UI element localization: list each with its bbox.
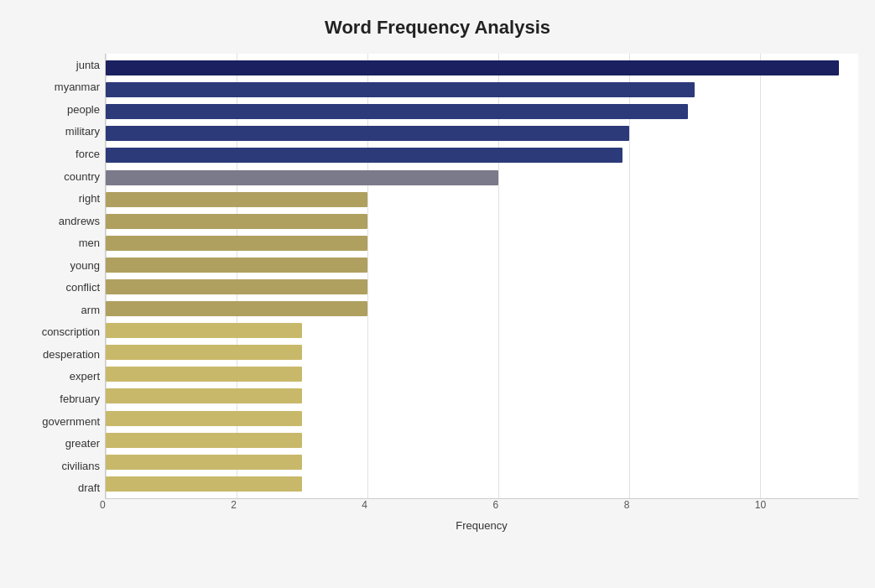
- bar-men: [106, 236, 367, 251]
- bar-row: [106, 278, 858, 296]
- bar-february: [106, 388, 302, 403]
- y-label-force: force: [17, 148, 100, 159]
- y-label-andrews: andrews: [17, 216, 100, 226]
- y-label-junta: junta: [17, 60, 100, 70]
- x-axis: 0246810 Frequency: [17, 499, 858, 532]
- bar-row: [106, 234, 858, 252]
- bar-right: [106, 192, 367, 207]
- bar-civilians: [106, 455, 302, 470]
- bar-row: [106, 146, 858, 164]
- y-label-conflict: conflict: [17, 282, 100, 293]
- y-axis: juntamyanmarpeoplemilitaryforcecountryri…: [17, 54, 105, 499]
- bar-row: [106, 169, 858, 187]
- bar-draft: [106, 476, 302, 492]
- bar-people: [106, 104, 688, 119]
- bar-row: [106, 190, 858, 209]
- bar-row: [106, 387, 858, 405]
- y-label-expert: expert: [17, 371, 100, 382]
- y-label-february: february: [17, 393, 100, 404]
- chart-container: Word Frequency Analysis juntamyanmarpeop…: [0, 0, 875, 588]
- bar-expert: [106, 367, 302, 382]
- bar-row: [106, 321, 858, 340]
- bar-row: [106, 212, 858, 231]
- bar-junta: [106, 60, 839, 75]
- x-tick: 2: [231, 499, 237, 511]
- bar-country: [106, 170, 498, 185]
- bar-andrews: [106, 214, 367, 229]
- bar-row: [106, 365, 858, 383]
- x-tick: 8: [624, 499, 630, 511]
- y-label-civilians: civilians: [17, 461, 100, 471]
- y-label-right: right: [17, 193, 100, 204]
- bar-greater: [106, 433, 302, 448]
- x-tick: 4: [362, 499, 367, 511]
- y-label-conscription: conscription: [17, 326, 100, 337]
- x-axis-label: Frequency: [105, 519, 858, 532]
- bar-row: [106, 102, 858, 121]
- y-label-military: military: [17, 126, 100, 137]
- y-label-arm: arm: [17, 304, 100, 315]
- y-label-draft: draft: [17, 482, 100, 493]
- bar-government: [106, 411, 302, 426]
- bar-military: [106, 126, 629, 141]
- bar-row: [106, 256, 858, 274]
- bar-row: [106, 124, 858, 143]
- y-label-desperation: desperation: [17, 349, 100, 360]
- y-label-young: young: [17, 260, 100, 271]
- bar-myanmar: [106, 82, 695, 97]
- plot-area: [105, 54, 858, 499]
- bar-conflict: [106, 279, 367, 294]
- x-tick: 0: [100, 499, 106, 511]
- bar-force: [106, 148, 622, 163]
- bar-row: [106, 475, 858, 493]
- bar-desperation: [106, 345, 302, 360]
- y-label-greater: greater: [17, 438, 100, 449]
- y-label-men: men: [17, 237, 100, 248]
- bar-conscription: [106, 323, 302, 338]
- bar-row: [106, 431, 858, 450]
- bar-row: [106, 299, 858, 318]
- bar-row: [106, 81, 858, 99]
- bar-row: [106, 409, 858, 428]
- y-label-government: government: [17, 416, 100, 427]
- y-label-people: people: [17, 104, 100, 115]
- bar-row: [106, 59, 858, 77]
- bar-row: [106, 343, 858, 362]
- bar-arm: [106, 301, 367, 316]
- y-label-myanmar: myanmar: [17, 81, 100, 92]
- bar-row: [106, 453, 858, 471]
- y-label-country: country: [17, 171, 100, 182]
- x-tick: 10: [755, 499, 766, 511]
- bar-young: [106, 258, 367, 273]
- chart-title: Word Frequency Analysis: [17, 17, 858, 39]
- x-tick: 6: [493, 499, 499, 511]
